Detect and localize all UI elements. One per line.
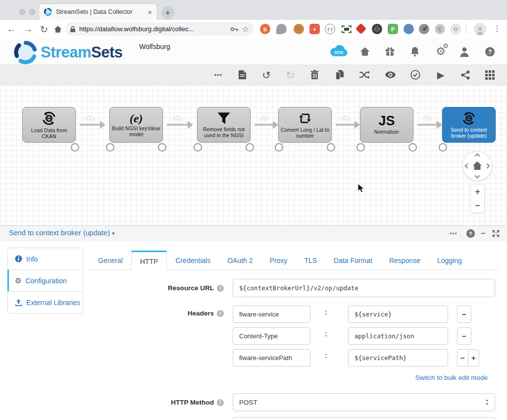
tab-response[interactable]: Response	[381, 251, 429, 270]
blue-badge-extension-icon[interactable]	[404, 24, 414, 34]
remove-header-button[interactable]: −	[457, 327, 471, 345]
stage-build-ngsi-keyvalue-model[interactable]: (e) Build NGSI keyValue model	[109, 107, 163, 143]
home-icon[interactable]	[358, 39, 371, 64]
canvas-navigation-widget[interactable]	[462, 151, 492, 181]
browser-home-icon[interactable]	[51, 20, 64, 39]
validate-check-icon[interactable]	[408, 64, 422, 85]
stream-link[interactable]	[336, 124, 356, 126]
stream-link[interactable]	[167, 124, 189, 126]
url-text[interactable]: https://dataflow.wolfsburg.digital/colle…	[79, 25, 227, 33]
input-port[interactable]	[275, 143, 283, 152]
input-port[interactable]	[439, 143, 447, 152]
header-value-input[interactable]	[348, 349, 448, 367]
tab-data-format[interactable]: Data Format	[325, 251, 381, 270]
password-key-icon[interactable]	[230, 26, 239, 32]
panel-expand-icon[interactable]	[492, 225, 500, 242]
window-close-button[interactable]	[19, 9, 25, 15]
stage-library-grid-icon[interactable]	[483, 64, 497, 85]
switch-to-bulk-edit-link[interactable]: Switch to bulk edit mode	[233, 374, 488, 381]
duplicate-copy-icon[interactable]	[333, 64, 347, 85]
camera-extension-icon[interactable]	[419, 24, 429, 34]
preview-eye-icon[interactable]	[383, 64, 397, 85]
panel-minimize-icon[interactable]: −	[481, 225, 486, 242]
tab-http[interactable]: HTTP	[131, 251, 167, 270]
undo-icon[interactable]: ↺	[260, 64, 273, 85]
control-hub-badge[interactable]: SCH	[328, 39, 350, 64]
input-port[interactable]	[356, 143, 365, 152]
browser-profile-avatar[interactable]	[474, 23, 486, 35]
red-plus-extension-icon[interactable]: +	[309, 24, 320, 34]
more-actions-icon[interactable]: •••	[212, 64, 225, 85]
add-header-button[interactable]: +	[468, 349, 479, 367]
tab-oauth2[interactable]: OAuth 2	[219, 251, 261, 270]
new-tab-button[interactable]: +	[161, 6, 174, 19]
stage-load-data-from-ckan[interactable]: Load Data from CKAN	[22, 107, 76, 143]
bookmark-star-icon[interactable]: ☆	[242, 25, 249, 33]
speech-bubble-extension-icon[interactable]	[276, 24, 287, 34]
forward-icon[interactable]: →	[22, 20, 35, 39]
header-key-input[interactable]	[233, 349, 310, 367]
stage-send-to-context-broker[interactable]: Send to context broker (update)	[442, 107, 496, 143]
browser-tab[interactable]: StreamSets | Data Collector ×	[39, 3, 157, 20]
dark-globe-extension-icon[interactable]	[372, 24, 382, 34]
panel-more-icon[interactable]: •••	[450, 225, 457, 242]
output-port[interactable]	[158, 143, 166, 152]
reload-icon[interactable]: ↻	[38, 20, 51, 39]
header-value-input[interactable]	[348, 327, 448, 345]
zoom-in-button[interactable]: +	[475, 187, 480, 197]
pipeline-document-icon[interactable]	[236, 64, 249, 85]
panel-help-icon[interactable]: ?	[466, 225, 475, 242]
start-play-icon[interactable]: ▶	[434, 64, 448, 85]
tab-tls[interactable]: TLS	[296, 251, 325, 270]
stage-normaliser[interactable]: JS Normaliser	[360, 107, 413, 143]
tab-general[interactable]: General	[90, 251, 131, 270]
c-extension-icon[interactable]: C	[435, 24, 445, 34]
stage-convert-long-lat[interactable]: Convert Long / Lat to number	[278, 107, 332, 143]
window-minimize-button[interactable]	[29, 9, 35, 15]
http-method-select[interactable]: POST ▲▼	[233, 393, 495, 411]
back-icon[interactable]: ←	[5, 20, 18, 39]
sidebar-item-info[interactable]: Info	[7, 248, 83, 270]
header-key-input[interactable]	[233, 306, 310, 323]
sidebar-item-configuration[interactable]: ⚙ Configuration	[7, 269, 83, 292]
privacy-badger-extension-icon[interactable]: P	[388, 24, 398, 34]
share-icon[interactable]	[458, 64, 472, 85]
stream-link[interactable]	[417, 124, 438, 126]
browser-menu-icon[interactable]: ⋮	[493, 24, 501, 33]
sidebar-item-external-libraries[interactable]: External Libraries	[7, 291, 83, 314]
zoom-control[interactable]: + −	[470, 184, 485, 213]
output-port[interactable]	[327, 143, 335, 152]
remove-header-button[interactable]: −	[457, 349, 468, 367]
zoom-out-button[interactable]: −	[475, 201, 480, 211]
input-port[interactable]	[194, 143, 202, 152]
tab-proxy[interactable]: Proxy	[261, 251, 296, 270]
tab-credentials[interactable]: Credentials	[167, 251, 219, 270]
stream-link[interactable]	[254, 124, 274, 126]
administration-gear-icon[interactable]: ⚙⚙	[433, 39, 448, 64]
code-braces-extension-icon[interactable]: {··}	[325, 24, 335, 34]
output-port[interactable]	[246, 143, 254, 152]
input-port[interactable]	[106, 143, 114, 152]
bitly-extension-icon[interactable]: b	[260, 24, 270, 34]
panel-stage-title[interactable]: Send to context broker (update) ▾	[9, 229, 115, 237]
header-key-input[interactable]	[233, 327, 310, 345]
pipeline-canvas[interactable]: Load Data from CKAN (e) Build NGSI keyVa…	[0, 85, 507, 225]
help-icon[interactable]: ?	[483, 39, 496, 64]
stream-link[interactable]	[80, 124, 101, 126]
tab-logging[interactable]: Logging	[429, 251, 470, 270]
cookie-extension-icon[interactable]	[294, 24, 304, 34]
delete-trash-icon[interactable]	[308, 64, 321, 85]
remove-header-button[interactable]: −	[457, 306, 471, 323]
header-value-input[interactable]	[348, 306, 448, 323]
resource-url-input[interactable]	[233, 279, 495, 297]
user-account-icon[interactable]	[458, 39, 471, 64]
output-port[interactable]	[71, 143, 79, 152]
notifications-bell-icon[interactable]	[408, 39, 421, 64]
tab-close-icon[interactable]: ×	[148, 8, 152, 16]
screenshot-extension-icon[interactable]	[341, 24, 352, 34]
output-port[interactable]	[408, 143, 417, 152]
auto-arrange-shuffle-icon[interactable]	[357, 64, 371, 85]
address-bar[interactable]: https://dataflow.wolfsburg.digital/colle…	[65, 22, 254, 36]
stage-remove-fields[interactable]: Remove fields not used in the NGSI	[197, 107, 251, 143]
gift-icon[interactable]	[383, 39, 396, 64]
